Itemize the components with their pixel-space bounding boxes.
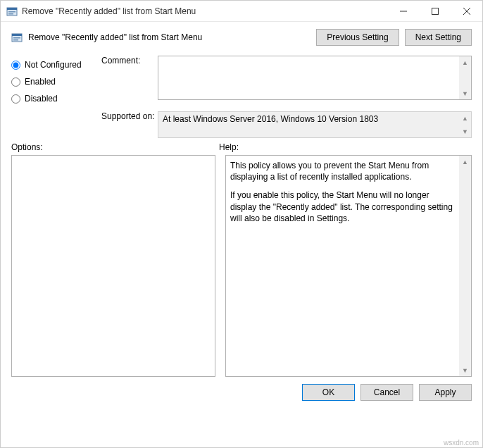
comment-field[interactable] [158,56,458,97]
comment-field-wrap: ▲ ▼ [158,56,472,100]
svg-rect-2 [8,11,15,13]
help-text: This policy allows you to prevent the St… [226,156,471,235]
help-paragraph: This policy allows you to prevent the St… [230,160,456,182]
radio-not-configured-input[interactable] [11,61,20,70]
help-paragraph: If you enable this policy, the Start Men… [230,189,456,224]
maximize-button[interactable] [419,1,451,21]
watermark: wsxdn.com [444,439,479,447]
svg-rect-4 [432,8,438,14]
options-section-label: Options: [11,142,219,152]
radio-enabled-label: Enabled [25,77,56,87]
previous-setting-button[interactable]: Previous Setting [316,29,399,46]
scroll-down-icon[interactable]: ▼ [459,125,471,137]
help-pane: This policy allows you to prevent the St… [225,155,472,377]
radio-disabled-input[interactable] [11,94,20,104]
radio-enabled[interactable]: Enabled [11,77,89,87]
radio-not-configured[interactable]: Not Configured [11,60,89,70]
svg-rect-6 [12,34,22,36]
dialog-footer: OK Cancel Apply [1,377,482,408]
policy-item-icon [6,6,18,17]
supported-on-value: At least Windows Server 2016, Windows 10… [158,112,471,126]
options-pane [11,155,215,377]
state-radio-group: Not Configured Enabled Disabled [11,56,89,138]
svg-rect-7 [13,37,20,39]
minimize-button[interactable] [387,1,419,21]
scroll-down-icon[interactable]: ▼ [459,364,471,376]
policy-icon [11,32,23,43]
apply-button[interactable]: Apply [419,384,472,401]
help-section-label: Help: [219,142,239,152]
radio-disabled-label: Disabled [25,94,58,104]
scroll-up-icon[interactable]: ▲ [459,56,471,68]
svg-rect-1 [7,8,17,10]
supported-on-box: At least Windows Server 2016, Windows 10… [158,111,472,138]
next-setting-button[interactable]: Next Setting [405,29,472,46]
window-title: Remove "Recently added" list from Start … [22,6,387,16]
supported-on-label: Supported on: [101,111,158,138]
radio-enabled-input[interactable] [11,77,20,87]
cancel-button[interactable]: Cancel [360,384,413,401]
ok-button[interactable]: OK [302,384,355,401]
window-titlebar: Remove "Recently added" list from Start … [1,1,482,22]
comment-label: Comment: [101,56,158,100]
scroll-up-icon[interactable]: ▲ [459,112,471,124]
policy-title: Remove "Recently added" list from Start … [28,32,310,42]
dialog-header: Remove "Recently added" list from Start … [1,22,482,50]
scroll-up-icon[interactable]: ▲ [459,156,471,168]
scroll-down-icon[interactable]: ▼ [459,87,471,99]
radio-not-configured-label: Not Configured [25,60,82,70]
svg-rect-8 [13,39,18,41]
close-button[interactable] [451,1,482,21]
radio-disabled[interactable]: Disabled [11,94,89,104]
svg-rect-3 [8,13,13,15]
